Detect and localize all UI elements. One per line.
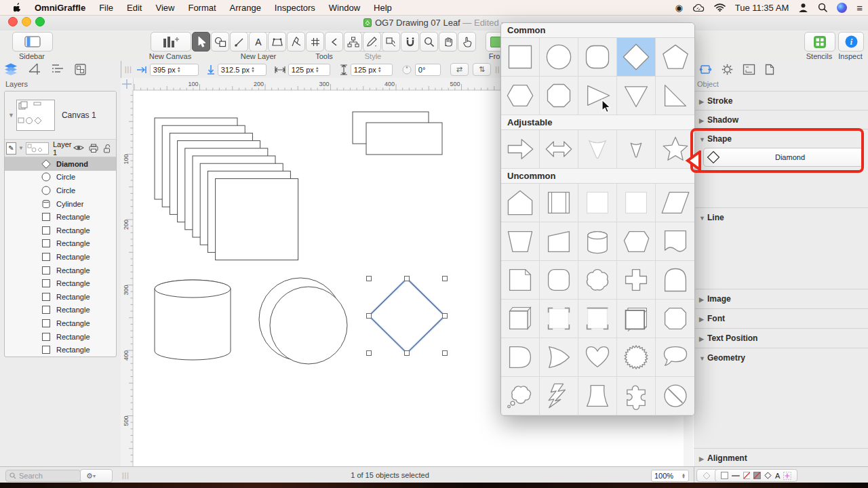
- layer-visibility-icon[interactable]: [73, 144, 84, 152]
- rotation-dial[interactable]: [402, 65, 412, 75]
- disclosure-triangle[interactable]: ▼: [8, 112, 14, 119]
- shape-cell-no-symbol[interactable]: [656, 377, 694, 415]
- object-row-rectangle[interactable]: Rectangle: [5, 304, 116, 317]
- shape-cell-irregular-hexagon[interactable]: [617, 222, 656, 261]
- layer-lock-icon[interactable]: [103, 144, 112, 153]
- canvases-tab-icon[interactable]: [28, 63, 41, 75]
- object-row-rectangle[interactable]: Rectangle: [5, 237, 116, 251]
- shape-cell-seal[interactable]: [617, 338, 656, 377]
- spotlight-search-icon[interactable]: [818, 3, 827, 12]
- shape-cell-diamond[interactable]: [617, 38, 656, 77]
- zoom-tool[interactable]: [420, 32, 438, 52]
- shape-cell-circle[interactable]: [540, 38, 578, 77]
- shape-cell-house[interactable]: [501, 184, 540, 222]
- shape-cell-right-triangle[interactable]: [656, 77, 694, 115]
- selection-tool[interactable]: [192, 32, 210, 52]
- height-field[interactable]: 125 px▲▼: [351, 64, 393, 76]
- shape-cell-chamfered-octagon[interactable]: [656, 300, 694, 338]
- layers-tab-icon[interactable]: [4, 63, 18, 75]
- new-canvas-button[interactable]: [151, 32, 191, 52]
- menu-item-format[interactable]: Format: [181, 3, 222, 13]
- shape-cell-cross[interactable]: [617, 261, 656, 300]
- settings-gear-tab-icon[interactable]: [722, 64, 733, 75]
- shape-cell-cloud-flower[interactable]: [578, 261, 617, 300]
- edit-layer-icon[interactable]: ✎: [6, 142, 16, 155]
- layer-row[interactable]: ✎ ▼ Layer 1: [5, 140, 116, 157]
- shape-cell-irregular-quad[interactable]: [540, 222, 578, 261]
- line-section-header[interactable]: ▼Line: [694, 207, 868, 291]
- shape-cell-corner-marks-square[interactable]: [540, 300, 578, 338]
- zoom-level-control[interactable]: 100%▲▼: [651, 470, 689, 482]
- list-options-gear-button[interactable]: ⚙ ▾: [80, 469, 113, 483]
- artboard-tool[interactable]: [268, 32, 286, 52]
- shape-cell-bottom-marks-square[interactable]: [578, 300, 617, 338]
- shape-cell-trapezoid[interactable]: [501, 222, 540, 261]
- drag-handle[interactable]: |||: [125, 66, 132, 73]
- shape-cell-pentagon[interactable]: [656, 38, 694, 77]
- pen-tool[interactable]: [287, 32, 305, 52]
- shape-cell-cooling-tower[interactable]: [578, 377, 617, 415]
- shape-cell-d-shape[interactable]: [501, 338, 540, 377]
- disclosure-triangle[interactable]: ▼: [18, 145, 24, 151]
- object-row-rectangle[interactable]: Rectangle: [5, 317, 116, 330]
- flip-horizontal-button[interactable]: ⇄: [450, 63, 469, 76]
- line-tool[interactable]: [230, 32, 248, 52]
- menu-item-inspectors[interactable]: Inspectors: [268, 3, 322, 13]
- magnet-tool[interactable]: [401, 32, 419, 52]
- object-row-rectangle[interactable]: Rectangle: [5, 290, 116, 304]
- object-row-rectangle[interactable]: Rectangle: [5, 224, 116, 237]
- shape-cell-speech-bubble[interactable]: [656, 338, 694, 377]
- sidebar-toggle-button[interactable]: [12, 32, 53, 52]
- style-pickup-tool[interactable]: [382, 32, 400, 52]
- user-icon[interactable]: [798, 3, 808, 13]
- browse-tool[interactable]: [458, 32, 476, 52]
- width-field[interactable]: 125 px▲▼: [288, 64, 330, 76]
- shape-dropdown[interactable]: Diamond: [703, 148, 863, 167]
- object-row-rectangle[interactable]: Rectangle: [5, 330, 116, 344]
- siri-icon[interactable]: [837, 3, 847, 13]
- shape-cell-plain-square[interactable]: [578, 184, 617, 222]
- shape-cell-thought-bubble[interactable]: [501, 377, 540, 415]
- object-row-rectangle[interactable]: Rectangle: [5, 277, 116, 290]
- shape-cell-heart[interactable]: [578, 338, 617, 377]
- shape-cell-double-arrow[interactable]: [540, 130, 578, 169]
- shape-cell-wedge[interactable]: [617, 130, 656, 169]
- shape-cell-lightning[interactable]: [540, 377, 578, 415]
- object-inspector-tab-icon[interactable]: [699, 64, 712, 75]
- object-row-rectangle[interactable]: Rectangle: [5, 250, 116, 264]
- rotation-field[interactable]: 0°: [415, 64, 441, 76]
- collapse-tool[interactable]: [325, 32, 343, 52]
- alignment-section-header[interactable]: ▶Alignment: [694, 448, 868, 468]
- shape-cell-stacked-square[interactable]: [617, 300, 656, 338]
- menu-item-omnigraffle[interactable]: OmniGraffle: [28, 3, 92, 13]
- x-position-field[interactable]: 395 px▲▼: [150, 64, 199, 76]
- flip-vertical-button[interactable]: ⇅: [473, 63, 491, 76]
- shape-tool[interactable]: [211, 32, 229, 52]
- shape-cell-arch[interactable]: [656, 261, 694, 300]
- drag-handle[interactable]: ||: [495, 66, 500, 73]
- grid-tool[interactable]: [306, 32, 324, 52]
- notification-list-icon[interactable]: ≡: [856, 2, 863, 14]
- shape-cell-note-page[interactable]: [501, 261, 540, 300]
- geometry-section-header[interactable]: ▼Geometry: [694, 348, 868, 453]
- shape-cell-parallelogram[interactable]: [656, 184, 694, 222]
- shape-cell-plain-square-2[interactable]: [617, 184, 656, 222]
- object-row-cylinder[interactable]: Cylinder: [5, 197, 116, 211]
- menu-item-file[interactable]: File: [92, 3, 120, 13]
- sync-cloud-icon[interactable]: [692, 3, 705, 12]
- object-row-diamond[interactable]: Diamond: [5, 157, 116, 171]
- menu-item-arrange[interactable]: Arrange: [223, 3, 268, 13]
- text-tool[interactable]: A: [249, 32, 267, 52]
- apple-menu-icon[interactable]: [8, 3, 28, 13]
- object-row-rectangle[interactable]: Rectangle: [5, 210, 116, 224]
- font-section-header[interactable]: ▶Font: [694, 308, 868, 329]
- shape-cell-framed-rectangle[interactable]: [540, 184, 578, 222]
- shape-cell-rounded-square[interactable]: [578, 38, 617, 77]
- menu-item-edit[interactable]: Edit: [120, 3, 149, 13]
- canvas-size-tab-icon[interactable]: [743, 64, 755, 75]
- shape-cell-box-3d[interactable]: [501, 300, 540, 338]
- object-row-rectangle[interactable]: Rectangle: [5, 343, 116, 357]
- text-position-section-header[interactable]: ▶Text Position: [694, 328, 868, 348]
- object-row-rectangle[interactable]: Rectangle: [5, 264, 116, 277]
- shape-cell-cone[interactable]: [578, 130, 617, 169]
